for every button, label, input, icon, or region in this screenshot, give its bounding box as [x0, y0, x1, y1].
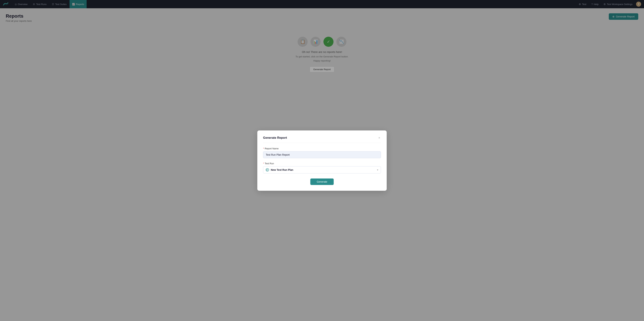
- test-run-label: * Test Run: [263, 162, 381, 165]
- modal-actions: Generate: [263, 179, 381, 185]
- test-run-select-icon: ▶: [266, 168, 269, 172]
- required-star-1: *: [263, 147, 264, 150]
- modal-generate-button[interactable]: Generate: [310, 179, 334, 185]
- test-run-group: * Test Run ▶ New Test Run Plan ▾: [263, 162, 381, 174]
- chevron-down-icon: ▾: [377, 169, 378, 171]
- required-star-2: *: [263, 162, 264, 165]
- modal-header: Generate Report ×: [263, 135, 381, 143]
- modal-close-button[interactable]: ×: [378, 135, 381, 140]
- report-name-group: * Report Name: [263, 147, 381, 158]
- test-run-select[interactable]: ▶ New Test Run Plan ▾: [263, 166, 381, 174]
- report-name-input[interactable]: [263, 151, 381, 158]
- page-background: Reports Find all your reports here ⊕ Gen…: [0, 8, 644, 321]
- modal-generate-label: Generate: [317, 180, 327, 183]
- report-name-label: * Report Name: [263, 147, 381, 150]
- generate-report-modal: Generate Report × * Report Name * Test R…: [257, 130, 387, 191]
- modal-overlay: Generate Report × * Report Name * Test R…: [0, 0, 644, 321]
- test-run-select-value: New Test Run Plan: [271, 169, 377, 171]
- modal-title: Generate Report: [263, 136, 287, 140]
